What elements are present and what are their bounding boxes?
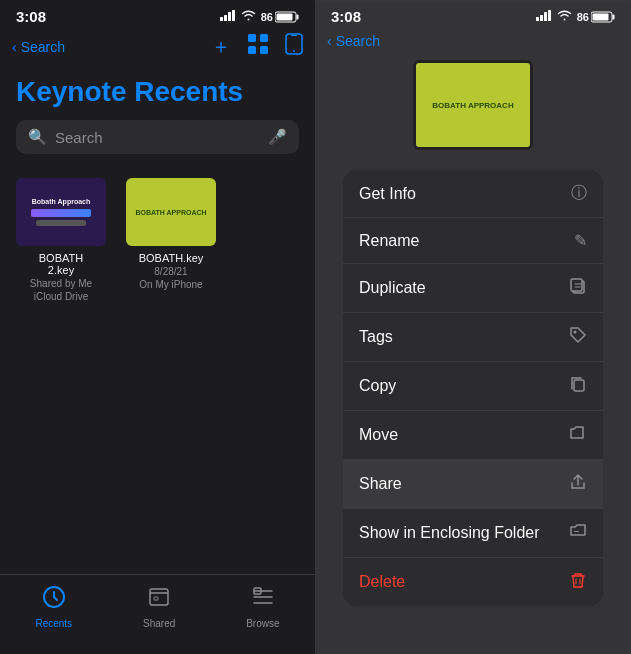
microphone-icon[interactable]: 🎤 [268,128,287,146]
file-meta-2a: 8/28/21 [154,266,187,277]
left-status-icons: 86 [220,10,299,23]
svg-rect-5 [297,14,299,19]
svg-rect-28 [574,380,584,391]
svg-rect-3 [232,10,235,21]
right-battery-icon: 86 [577,11,615,23]
svg-rect-24 [593,13,609,20]
add-button[interactable]: ＋ [211,33,231,60]
svg-rect-10 [260,46,268,54]
left-status-bar: 3:08 86 [0,0,315,29]
tag-icon [569,326,587,348]
copy-label: Copy [359,377,396,395]
svg-point-12 [293,50,295,52]
svg-rect-29 [574,531,579,532]
left-nav-bar: ‹ Search ＋ [0,29,315,68]
tab-browse[interactable]: Browse [246,585,279,629]
menu-item-show-enclosing[interactable]: Show in Enclosing Folder [343,509,603,558]
file-meta-2b: On My iPhone [139,279,202,290]
right-chevron-icon: ‹ [327,33,332,49]
file-name-2: BOBATH.key [139,252,204,264]
svg-rect-6 [277,13,293,20]
svg-rect-19 [540,15,543,21]
context-menu: Get Info ⓘ Rename ✎ Duplicate [343,170,603,606]
svg-rect-18 [536,17,539,21]
file-preview-card: BOBATH APPROACH [413,60,533,150]
delete-label: Delete [359,573,405,591]
file-name-1: BOBATH 2.key [39,252,83,276]
right-back-label: Search [336,33,380,49]
duplicate-icon [569,277,587,299]
context-menu-overlay: BOBATH APPROACH Get Info ⓘ Rename ✎ Dupl… [315,0,631,654]
left-back-button[interactable]: ‹ Search [12,39,65,55]
file-meta-1b: iCloud Drive [34,291,88,302]
menu-item-move[interactable]: Move [343,411,603,460]
svg-rect-1 [224,15,227,21]
tab-shared[interactable]: Shared [143,585,175,629]
svg-rect-16 [154,597,158,600]
folder-icon [569,522,587,544]
file-meta-1a: Shared by Me [30,278,92,289]
files-grid: Bobath Approach BOBATH 2.key Shared by M… [0,170,315,310]
svg-rect-26 [571,279,582,291]
svg-rect-2 [228,12,231,21]
shared-icon [147,585,171,615]
right-panel: 3:08 86 [315,0,631,654]
recents-icon [42,585,66,615]
grid-view-button[interactable] [247,33,269,60]
search-input[interactable]: Search [55,129,103,146]
file-thumbnail-1: Bobath Approach [16,178,106,246]
shared-label: Shared [143,618,175,629]
share-icon [569,473,587,495]
tab-recents[interactable]: Recents [35,585,72,629]
menu-item-copy[interactable]: Copy [343,362,603,411]
right-time: 3:08 [331,8,361,25]
file-thumbnail-2: BOBATH APPROACH [126,178,216,246]
svg-rect-13 [291,35,297,36]
tags-label: Tags [359,328,393,346]
right-status-bar: 3:08 86 [315,0,631,29]
file-item[interactable]: Bobath Approach BOBATH 2.key Shared by M… [16,178,106,302]
menu-item-tags[interactable]: Tags [343,313,603,362]
menu-item-share[interactable]: Share [343,460,603,509]
pencil-icon: ✎ [574,231,587,250]
svg-rect-7 [248,34,256,42]
svg-rect-0 [220,17,223,21]
svg-rect-8 [260,34,268,42]
menu-item-delete[interactable]: Delete [343,558,603,606]
tab-bar: Recents Shared Browse [0,574,315,654]
rename-label: Rename [359,232,419,250]
right-wifi-icon [557,10,572,23]
share-label: Share [359,475,402,493]
right-status-icons: 86 [536,10,615,23]
menu-item-get-info[interactable]: Get Info ⓘ [343,170,603,218]
device-button[interactable] [285,33,303,60]
recents-label: Recents [35,618,72,629]
right-back-button[interactable]: ‹ Search [327,33,380,49]
move-label: Move [359,426,398,444]
svg-rect-23 [613,14,615,19]
left-nav-actions: ＋ [211,33,303,60]
show-enclosing-label: Show in Enclosing Folder [359,524,540,542]
page-title: Keynote Recents [0,68,315,120]
wifi-icon [241,10,256,23]
svg-rect-20 [544,12,547,21]
left-chevron-icon: ‹ [12,39,17,55]
trash-icon [569,571,587,593]
left-back-label: Search [21,39,65,55]
right-signal-icon [536,10,552,23]
menu-item-rename[interactable]: Rename ✎ [343,218,603,264]
move-icon [569,424,587,446]
left-time: 3:08 [16,8,46,25]
svg-rect-21 [548,10,551,21]
file-item[interactable]: BOBATH APPROACH BOBATH.key 8/28/21 On My… [126,178,216,302]
info-icon: ⓘ [571,183,587,204]
svg-point-27 [574,331,577,334]
get-info-label: Get Info [359,185,416,203]
duplicate-label: Duplicate [359,279,426,297]
svg-rect-9 [248,46,256,54]
right-nav-bar: ‹ Search [315,29,631,57]
copy-icon [569,375,587,397]
browse-label: Browse [246,618,279,629]
menu-item-duplicate[interactable]: Duplicate [343,264,603,313]
search-bar[interactable]: 🔍 Search 🎤 [16,120,299,154]
